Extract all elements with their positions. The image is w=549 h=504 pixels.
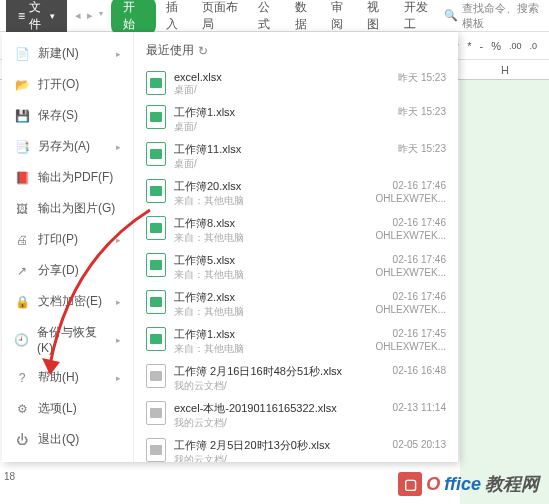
- recent-file-item[interactable]: 工作簿1.xlsx来自：其他电脑02-16 17:45OHLEXW7EK...: [134, 323, 458, 360]
- menu-item-exit[interactable]: ⏻退出(Q): [2, 424, 133, 455]
- saveas-icon: 📑: [14, 139, 30, 155]
- file-location: 桌面/: [174, 83, 366, 97]
- file-location: 桌面/: [174, 157, 366, 171]
- recent-file-item[interactable]: 工作簿5.xlsx来自：其他电脑02-16 17:46OHLEXW7EK...: [134, 249, 458, 286]
- file-timestamp: 02-16 17:45OHLEXW7EK...: [374, 327, 446, 353]
- file-name: 工作簿5.xlsx: [174, 253, 366, 268]
- recent-file-item[interactable]: excel-本地-20190116165322.xlsx我的云文档/02-13 …: [134, 397, 458, 434]
- tab-formula[interactable]: 公式: [252, 0, 284, 36]
- menu-label: 另存为(A): [38, 138, 90, 155]
- recent-file-item[interactable]: 工作簿8.xlsx来自：其他电脑02-16 17:46OHLEXW7EK...: [134, 212, 458, 249]
- file-name: 工作簿1.xlsx: [174, 327, 366, 342]
- menu-label: 分享(D): [38, 262, 79, 279]
- spreadsheet-file-icon: [146, 142, 166, 166]
- recent-file-item[interactable]: 工作簿 2月16日16时48分51秒.xlsx我的云文档/02-16 16:48: [134, 360, 458, 397]
- spreadsheet-file-icon: [146, 438, 166, 462]
- refresh-icon[interactable]: ↻: [198, 44, 208, 58]
- recent-file-item[interactable]: excel.xlsx桌面/昨天 15:23: [134, 67, 458, 101]
- exit-icon: ⏻: [14, 432, 30, 448]
- dec-inc-button[interactable]: .00: [509, 41, 522, 51]
- chevron-right-icon: ▸: [116, 373, 121, 383]
- row-number[interactable]: 18: [4, 471, 15, 482]
- watermark: ▢ Office教程网: [398, 472, 539, 496]
- forward-icon[interactable]: ▸: [87, 9, 93, 22]
- print-icon: 🖨: [14, 232, 30, 248]
- file-location: 来自：其他电脑: [174, 305, 366, 319]
- img-icon: 🖼: [14, 201, 30, 217]
- menu-label: 输出为图片(G): [38, 200, 115, 217]
- recent-files-panel: 最近使用 ↻ excel.xlsx桌面/昨天 15:23工作簿1.xlsx桌面/…: [134, 32, 458, 462]
- percent-button[interactable]: %: [491, 40, 501, 52]
- file-timestamp: 02-13 11:14: [374, 401, 446, 414]
- tab-start[interactable]: 开始: [111, 0, 155, 36]
- menu-item-options[interactable]: ⚙选项(L): [2, 393, 133, 424]
- file-location: 来自：其他电脑: [174, 194, 366, 208]
- file-timestamp: 02-16 17:46OHLEXW7EK...: [374, 290, 446, 316]
- file-timestamp: 02-16 16:48: [374, 364, 446, 377]
- menu-item-save[interactable]: 💾保存(S): [2, 100, 133, 131]
- file-timestamp: 昨天 15:23: [374, 105, 446, 118]
- menu-item-print[interactable]: 🖨打印(P)▸: [2, 224, 133, 255]
- tab-view[interactable]: 视图: [361, 0, 393, 36]
- menu-item-img[interactable]: 🖼输出为图片(G): [2, 193, 133, 224]
- menu-label: 输出为PDF(F): [38, 169, 113, 186]
- file-name: 工作簿20.xlsx: [174, 179, 366, 194]
- recent-file-item[interactable]: 工作簿11.xlsx桌面/昨天 15:23: [134, 138, 458, 175]
- file-timestamp: 02-05 20:13: [374, 438, 446, 451]
- tab-data[interactable]: 数据: [289, 0, 321, 36]
- recent-file-item[interactable]: 工作簿1.xlsx桌面/昨天 15:23: [134, 101, 458, 138]
- menu-item-new[interactable]: 📄新建(N)▸: [2, 38, 133, 69]
- share-icon: ↗: [14, 263, 30, 279]
- menu-label: 选项(L): [38, 400, 77, 417]
- file-name: 工作簿 2月16日16时48分51秒.xlsx: [174, 364, 366, 379]
- menu-label: 帮助(H): [38, 369, 79, 386]
- tab-dev[interactable]: 开发工: [398, 0, 440, 36]
- file-timestamp: 02-16 17:46OHLEXW7EK...: [374, 253, 446, 279]
- menu-label: 打开(O): [38, 76, 79, 93]
- recent-file-item[interactable]: 工作簿20.xlsx来自：其他电脑02-16 17:46OHLEXW7EK...: [134, 175, 458, 212]
- menu-item-backup[interactable]: 🕘备份与恢复(K)▸: [2, 317, 133, 362]
- spreadsheet-cells[interactable]: [460, 80, 549, 504]
- menu-label: 退出(Q): [38, 431, 79, 448]
- tab-insert[interactable]: 插入: [160, 0, 192, 36]
- nav-arrows: ◂ ▸ ▾: [71, 9, 107, 22]
- chevron-right-icon: ▸: [116, 142, 121, 152]
- menu-label: 备份与恢复(K): [37, 324, 108, 355]
- menu-item-saveas[interactable]: 📑另存为(A)▸: [2, 131, 133, 162]
- recent-header: 最近使用 ↻: [134, 38, 458, 67]
- search-box[interactable]: 🔍 查找命令、搜索模板: [444, 1, 543, 31]
- menu-label: 保存(S): [38, 107, 78, 124]
- spreadsheet-file-icon: [146, 105, 166, 129]
- file-dropdown: 📄新建(N)▸📂打开(O)💾保存(S)📑另存为(A)▸📕输出为PDF(F)🖼输出…: [2, 32, 458, 462]
- search-icon: 🔍: [444, 9, 458, 22]
- menu-item-open[interactable]: 📂打开(O): [2, 69, 133, 100]
- file-name: 工作簿 2月5日20时13分0秒.xlsx: [174, 438, 366, 453]
- file-name: 工作簿11.xlsx: [174, 142, 366, 157]
- dec-dec-button[interactable]: .0: [529, 41, 537, 51]
- chevron-down-icon[interactable]: ▾: [99, 9, 103, 22]
- back-icon[interactable]: ◂: [75, 9, 81, 22]
- chevron-down-icon: ▾: [50, 11, 55, 21]
- spreadsheet-file-icon: [146, 290, 166, 314]
- spreadsheet-file-icon: [146, 327, 166, 351]
- menu-label: 新建(N): [38, 45, 79, 62]
- file-menu-button[interactable]: ≡ 文件 ▾: [6, 0, 67, 36]
- recent-file-item[interactable]: 工作簿2.xlsx来自：其他电脑02-16 17:46OHLEXW7EK...: [134, 286, 458, 323]
- file-location: 桌面/: [174, 120, 366, 134]
- file-name: 工作簿2.xlsx: [174, 290, 366, 305]
- tab-review[interactable]: 审阅: [325, 0, 357, 36]
- top-ribbon: ≡ 文件 ▾ ◂ ▸ ▾ 开始 插入 页面布局 公式 数据 审阅 视图 开发工 …: [0, 0, 549, 32]
- menu-item-help[interactable]: ?帮助(H)▸: [2, 362, 133, 393]
- file-timestamp: 昨天 15:23: [374, 142, 446, 155]
- currency-icon[interactable]: *: [467, 40, 471, 52]
- file-location: 来自：其他电脑: [174, 268, 366, 282]
- file-name: 工作簿1.xlsx: [174, 105, 366, 120]
- chevron-right-icon: ▸: [116, 49, 121, 59]
- file-location: 来自：其他电脑: [174, 231, 366, 245]
- menu-item-share[interactable]: ↗分享(D): [2, 255, 133, 286]
- tab-layout[interactable]: 页面布局: [196, 0, 249, 36]
- menu-item-encrypt[interactable]: 🔒文档加密(E)▸: [2, 286, 133, 317]
- encrypt-icon: 🔒: [14, 294, 30, 310]
- menu-item-pdf[interactable]: 📕输出为PDF(F): [2, 162, 133, 193]
- recent-file-item[interactable]: 工作簿 2月5日20时13分0秒.xlsx我的云文档/02-05 20:13: [134, 434, 458, 462]
